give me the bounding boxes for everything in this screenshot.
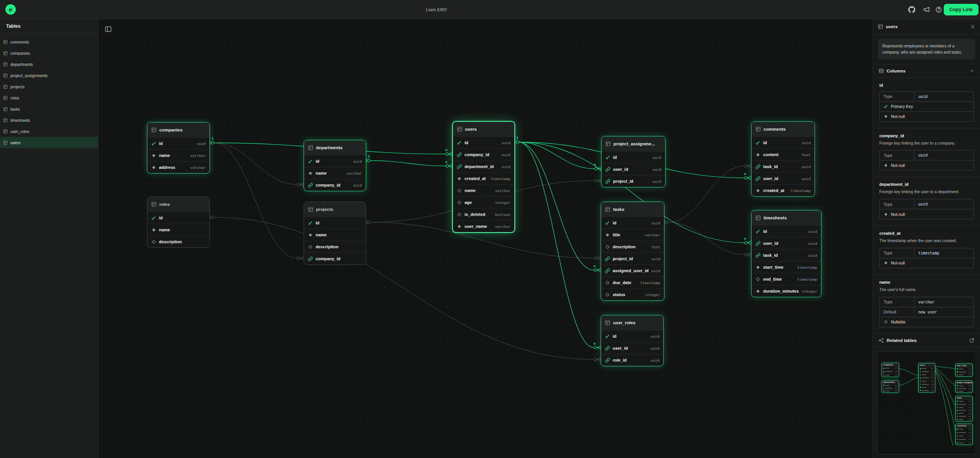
sidebar-item-projects[interactable]: projects: [0, 81, 98, 92]
table-icon: [3, 84, 8, 89]
column-row-due_date: due_datetimestamp: [601, 276, 664, 288]
erd-table-projects[interactable]: projectsidnamedescriptioncompany_id: [304, 202, 366, 265]
column-row-project_id: project_iduuid: [601, 253, 664, 264]
svg-text:1: 1: [211, 137, 213, 141]
app-title: Liam ERD: [426, 0, 447, 19]
columns-section-title: Columns: [887, 69, 906, 73]
column-detail-name: nameThe user's full name.TypevarcharDefa…: [873, 275, 980, 333]
svg-text:n: n: [445, 148, 447, 152]
erd-table-timesheets[interactable]: timesheetsiduuiduser_iduuidtask_iduuidst…: [751, 210, 821, 297]
panel-header: users: [873, 19, 980, 34]
open-diagram-icon[interactable]: [969, 338, 975, 343]
sidebar-item-project_assignments[interactable]: project_assignments: [0, 70, 98, 81]
link-icon: [308, 183, 313, 188]
sidebar-item-roles[interactable]: roles: [0, 92, 98, 103]
sidebar-item-users[interactable]: users: [0, 137, 98, 148]
erd-table-project_assignments[interactable]: project_assignme...iduuiduser_iduuidproj…: [601, 136, 666, 187]
column-row-id: iduuid: [601, 330, 663, 342]
table-icon: [3, 96, 8, 100]
panel-title: users: [886, 24, 898, 29]
table-icon: [3, 62, 8, 67]
key-icon: [457, 140, 462, 145]
minimap-table-companies: companies: [882, 363, 899, 377]
column-row-id: iduuid: [602, 151, 665, 163]
sidebar-item-label: user_roles: [10, 129, 29, 134]
column-row-id: iduuid: [752, 225, 821, 237]
github-icon[interactable]: [908, 6, 915, 13]
table-card-title: comments: [752, 122, 814, 136]
column-detail-created_at: created_atThe timestamp when the user wa…: [873, 226, 980, 275]
close-icon[interactable]: [970, 24, 975, 29]
sidebar-item-tasks[interactable]: tasks: [0, 103, 98, 114]
related-tables-icon: [879, 338, 884, 343]
link-icon: [605, 256, 610, 261]
sidebar-item-user_roles[interactable]: user_roles: [0, 126, 98, 137]
minimap-table-project_assignme...: project_assignme...: [955, 381, 973, 393]
sidebar-item-departments[interactable]: departments: [0, 59, 98, 70]
sidebar-item-label: projects: [10, 84, 25, 89]
column-row-user_id: user_iduuid: [752, 237, 821, 249]
column-row-id: iduuid: [147, 137, 210, 149]
sidebar-item-label: companies: [10, 51, 30, 56]
erd-table-comments[interactable]: commentsiduuidcontenttexttask_iduuiduser…: [751, 121, 815, 197]
copy-link-button[interactable]: Copy Link: [944, 4, 978, 15]
column-name: created_at: [879, 231, 974, 236]
key-icon: [151, 141, 156, 146]
column-attributes: TypeuuidPrimary KeyNot-null: [879, 91, 974, 122]
sidebar-item-label: tasks: [10, 107, 20, 111]
column-detail-company_id: company_idForeign key linking the user t…: [873, 128, 980, 177]
related-tables-title: Related tables: [887, 338, 917, 343]
table-card-title: tasks: [601, 202, 664, 217]
link-icon: [308, 256, 313, 261]
svg-text:n: n: [445, 160, 447, 164]
liam-logo-icon[interactable]: e: [5, 4, 16, 15]
column-description: Foreign key linking the user to a compan…: [879, 140, 974, 146]
column-attributes: TypetimestampNot-null: [879, 248, 974, 268]
sidebar-header: Tables: [0, 19, 98, 34]
column-attributes: TypeuuidNot-null: [879, 199, 974, 219]
column-row-company_id: company_iduuid: [453, 148, 514, 160]
key-icon: [755, 229, 760, 234]
sidebar-item-timesheets[interactable]: timesheets: [0, 114, 98, 126]
sidebar-item-comments[interactable]: comments: [0, 36, 98, 47]
megaphone-icon[interactable]: [923, 6, 930, 13]
diamond-icon: [308, 171, 313, 176]
erd-table-tasks[interactable]: tasksiduuidtitlevarchardescriptiontextpr…: [601, 202, 664, 301]
erd-table-departments[interactable]: departmentsiduuidnamevarcharcompany_iduu…: [304, 140, 366, 191]
svg-text:n: n: [593, 342, 595, 345]
help-icon[interactable]: [935, 6, 942, 13]
table-card-title: companies: [147, 123, 210, 137]
table-list: commentscompaniesdepartmentsproject_assi…: [0, 36, 98, 148]
table-card-title: user_roles: [601, 315, 663, 330]
erd-table-users[interactable]: usersiduuidcompany_iduuiddepartment_iduu…: [453, 121, 515, 232]
erd-table-companies[interactable]: companiesiduuidnamevarcharaddressvarchar: [147, 122, 210, 173]
diamond-icon: [884, 212, 888, 217]
column-row-age: ageinteger: [453, 196, 514, 208]
column-row-task_id: task_iduuid: [752, 160, 814, 172]
related-tables-minimap: companiesdepartmentsusersuser_rolesproje…: [877, 351, 976, 454]
svg-text:n: n: [594, 163, 596, 167]
column-row-id: iduuid: [453, 136, 514, 148]
link-icon: [755, 253, 760, 258]
diamond-outline-icon: [605, 292, 610, 297]
column-detail-id: idTypeuuidPrimary KeyNot-null: [873, 78, 980, 128]
erd-canvas[interactable]: 1n1n1nnnnn companiesiduuidnamevarcharadd…: [98, 19, 873, 458]
column-row-name: name: [147, 224, 210, 236]
column-row-description: descriptiontext: [601, 241, 664, 253]
column-row-is_deleted: is_deletedboolean: [453, 208, 514, 220]
erd-table-roles[interactable]: rolesidnamedescription: [147, 197, 210, 248]
erd-table-user_roles[interactable]: user_rolesiduuiduser_iduuidrole_iduuid: [601, 315, 664, 366]
diamond-icon: [308, 232, 313, 237]
svg-text:1: 1: [368, 155, 370, 158]
column-description: Foreign key linking the user to a depart…: [879, 189, 974, 195]
table-icon: [755, 215, 761, 221]
diamond-outline-icon: [605, 280, 610, 285]
column-row-id: id: [147, 212, 210, 224]
table-icon: [878, 24, 883, 29]
panel-left-toggle-icon[interactable]: [105, 25, 112, 33]
chevron-up-icon[interactable]: [969, 68, 975, 74]
link-icon: [605, 346, 610, 351]
table-description: Represents employees or members of a com…: [878, 39, 975, 59]
diamond-icon: [884, 261, 888, 265]
sidebar-item-companies[interactable]: companies: [0, 47, 98, 59]
